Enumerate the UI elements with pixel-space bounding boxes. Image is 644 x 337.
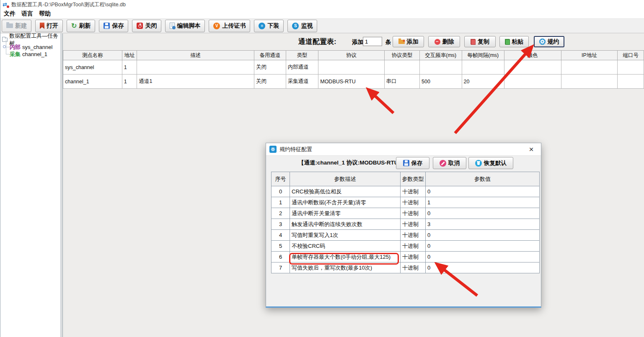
cell-port[interactable] [618,75,644,89]
cell-desc[interactable]: 不校验CRC码 [290,241,401,252]
cell-desc[interactable]: 写值失败后，重写次数(最多10次) [290,262,401,273]
cell-type[interactable]: 十进制 [401,197,426,208]
refresh-button[interactable]: ↻ 刷新 [67,20,95,32]
cancel-icon [440,160,446,167]
dialog-cancel-button[interactable]: 取消 [433,157,466,169]
protocol-config-dialog: 规约特征配置 × 【通道:channel_1 协议:MODBUS-RTU】 保存… [266,143,541,308]
cell-value[interactable]: 0 [426,208,540,219]
cell-frequency[interactable]: 500 [420,75,462,89]
menu-language[interactable]: 语言 [21,10,33,18]
tree-handle-icon[interactable] [3,45,6,48]
cell-port[interactable] [618,60,644,75]
menu-help[interactable]: 帮助 [39,10,51,18]
cell-protocol-type[interactable] [384,60,419,75]
cell-value[interactable]: 1 [426,197,540,208]
cell-type[interactable]: 十进制 [401,208,426,219]
cell-desc[interactable]: 通讯中断开关量清零 [290,208,401,219]
dialog-close-icon[interactable]: × [526,144,537,155]
delete-row-button[interactable]: − 删除 [428,36,460,47]
cell-protocol-type[interactable]: 串口 [384,75,419,89]
cell-color[interactable] [504,60,561,75]
new-button[interactable]: 新建 [2,20,31,32]
cell-seq[interactable]: 6 [272,252,290,262]
gear-icon [539,39,546,45]
protocol-button[interactable]: 规约 [534,36,564,47]
app-window: ⇄ 数据配置工具-D:\PBoxMgrTool\测试工程\sqlite.db 文… [0,0,644,337]
cell-description[interactable] [137,60,254,75]
cell-interval[interactable] [462,60,504,75]
cell-type[interactable]: 十进制 [401,262,426,273]
dialog-restore-button[interactable]: 恢复默认 [468,157,513,169]
cell-seq[interactable]: 7 [272,262,290,273]
tree-node-sys-channel[interactable]: 内部 sys_channel [2,44,61,51]
cell-seq[interactable]: 0 [272,186,290,197]
node-label: channel_1 [22,51,47,57]
add-count-input[interactable] [363,37,382,46]
cell-backup[interactable]: 关闭 [254,75,286,89]
cell-color[interactable] [504,75,561,89]
tree-node-channel-1[interactable]: 采集 channel_1 [2,51,61,58]
menu-file[interactable]: 文件 [4,10,16,18]
paste-clipboard-icon [505,39,510,45]
cell-type[interactable]: 十进制 [401,230,426,241]
cell-seq[interactable]: 1 [272,197,290,208]
new-folder-icon [6,23,13,28]
cell-address[interactable]: 1 [122,60,137,75]
cell-address[interactable]: 1 [122,75,137,89]
cell-value[interactable]: 0 [426,262,540,273]
cell-seq[interactable]: 5 [272,241,290,252]
cell-desc[interactable]: 触发通讯中断的连续失败次数 [290,219,401,230]
col-header: 类型 [286,51,318,60]
cell-type[interactable]: 采集通道 [286,75,318,89]
cell-ip[interactable] [561,75,618,89]
cell-backup[interactable]: 关闭 [254,60,286,75]
cell-value[interactable]: 0 [426,186,540,197]
monitor-button-label: 监视 [301,22,313,30]
cell-protocol[interactable] [318,60,385,75]
cell-value[interactable]: 0 [426,241,540,252]
cell-name[interactable]: sys_channel [63,60,122,75]
download-button[interactable]: ≡ 下装 [254,20,284,32]
edit-script-button[interactable]: 编辑脚本 [165,20,205,32]
cell-description[interactable]: 通道1 [137,75,254,89]
col-header: 参数值 [426,172,540,186]
col-header: 颜色 [504,51,561,60]
cell-ip[interactable] [561,60,618,75]
copy-button[interactable]: 复制 [464,36,496,47]
cell-name[interactable]: channel_1 [63,75,122,89]
cell-desc[interactable]: 单帧寄存器最大个数(0手动分组,最大125) [290,252,401,262]
tree-root-node[interactable]: 数据配置工具—任务树 [2,36,61,44]
add-row-button[interactable]: + 添加 [393,36,424,47]
cell-type[interactable]: 十进制 [401,219,426,230]
restore-default-icon [475,160,482,167]
monitor-button[interactable]: S 监视 [287,20,317,32]
cell-type[interactable]: 十进制 [401,186,426,197]
upload-cert-button[interactable]: V 上传证书 [209,20,250,32]
sidebar: 数据配置工具—任务树 内部 sys_channel 采集 channel_1 [0,33,61,337]
close-button[interactable]: 关闭 [132,20,161,32]
cell-desc[interactable]: 写值时重复写入1次 [290,230,401,241]
cell-protocol-selected[interactable]: MODBUS-RTU [318,75,385,89]
cell-seq[interactable]: 4 [272,230,290,241]
open-button[interactable]: 打开 [35,20,63,32]
save-button[interactable]: 保存 [99,20,128,32]
cell-frequency[interactable] [420,60,462,75]
paste-button[interactable]: 粘贴 [499,36,529,47]
cell-seq[interactable]: 3 [272,219,290,230]
save-button-label: 保存 [112,22,124,30]
cell-value[interactable]: 0 [426,252,540,262]
dialog-save-button[interactable]: 保存 [396,157,429,169]
col-header: 测点名称 [63,51,122,60]
cell-interval[interactable]: 20 [462,75,504,89]
window-title: 数据配置工具-D:\PBoxMgrTool\测试工程\sqlite.db [11,1,126,8]
cell-desc[interactable]: 通讯中断数据(不含开关量)清零 [290,197,401,208]
dialog-cancel-label: 取消 [448,159,460,167]
cell-desc[interactable]: CRC校验高低位相反 [290,186,401,197]
cell-type[interactable]: 内部通道 [286,60,318,75]
channel-table-title: 通道配置表: [298,37,336,46]
cell-type[interactable]: 十进制 [401,252,426,262]
cell-type[interactable]: 十进制 [401,241,426,252]
cell-seq[interactable]: 2 [272,208,290,219]
cell-value[interactable]: 3 [426,219,540,230]
cell-value[interactable]: 0 [426,230,540,241]
